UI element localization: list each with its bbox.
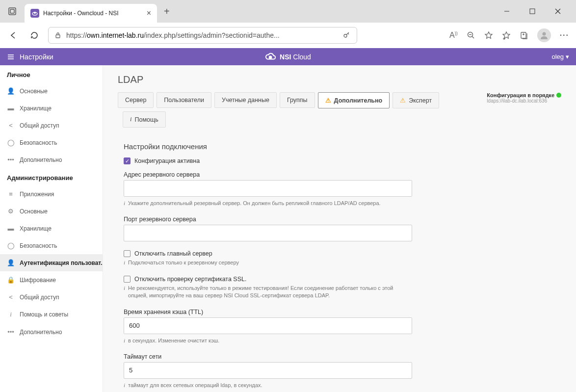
sidebar-item-sharing[interactable]: <Общий доступ: [0, 117, 103, 134]
info-icon: i: [124, 200, 125, 207]
gear-icon: ⚙: [7, 208, 15, 215]
tab-close-icon[interactable]: ×: [147, 9, 151, 18]
sidebar-item-admin-security[interactable]: ◯Безопасность: [0, 237, 103, 254]
refresh-button[interactable]: [27, 28, 41, 42]
sidebar-item-additional[interactable]: •••Дополнительно: [0, 151, 103, 168]
dots-icon: •••: [7, 156, 15, 163]
collections-icon[interactable]: [520, 31, 528, 40]
sidebar-item-admin-sharing[interactable]: <Общий доступ: [0, 288, 103, 306]
sidebar-item-help-tips[interactable]: iПомощь и советы: [0, 306, 103, 323]
close-icon[interactable]: [554, 8, 566, 15]
status-dot-icon: [556, 93, 561, 98]
disable-main-hint: iПодключаться только к резервному сервер…: [124, 259, 412, 266]
sidebar-item-admin-storage[interactable]: ▬Хранилище: [0, 220, 103, 237]
tab-server[interactable]: Сервер: [118, 92, 154, 108]
config-status: Конфигурация в порядке ldaps://ilab-dc.i…: [487, 92, 561, 104]
sidebar-item-security[interactable]: ◯Безопасность: [0, 134, 103, 151]
url-bar[interactable]: https://own.internet-lab.ru/index.php/se…: [48, 27, 357, 44]
favorites-bar-icon[interactable]: [502, 31, 511, 40]
share-icon: <: [7, 293, 15, 301]
shield-icon: ◯: [7, 139, 15, 146]
user-name: oleg: [551, 53, 564, 60]
zoom-out-icon[interactable]: [467, 31, 475, 40]
disable-main-checkbox[interactable]: Отключить главный сервер: [124, 250, 412, 257]
page-title: LDAP: [118, 74, 561, 85]
sidebar-item-user-auth[interactable]: 👤Аутентификация пользоват...: [0, 254, 103, 271]
user-icon: 👤: [7, 87, 15, 95]
svg-line-11: [472, 36, 474, 38]
content: LDAP Сервер Пользователи Учетные данные …: [103, 65, 576, 392]
read-aloud-icon[interactable]: A)): [449, 31, 458, 40]
help-button[interactable]: iПомощь: [123, 111, 166, 128]
backup-host-input[interactable]: [124, 180, 412, 197]
svg-rect-1: [10, 9, 14, 13]
tab-advanced[interactable]: ⚠Дополнительно: [318, 92, 390, 108]
chevron-down-icon: ▾: [566, 53, 569, 60]
svg-rect-5: [530, 9, 535, 14]
share-icon: <: [7, 122, 15, 129]
sidebar-item-admin-additional[interactable]: •••Дополнительно: [0, 323, 103, 340]
tab-groups[interactable]: Группы: [280, 92, 315, 108]
warning-icon: ⚠: [400, 97, 406, 104]
favorites-icon[interactable]: [484, 31, 493, 40]
ttl-input[interactable]: [124, 317, 412, 334]
user-icon: 👤: [7, 259, 15, 266]
user-menu[interactable]: oleg ▾: [551, 53, 569, 60]
list-icon: ≡: [7, 190, 15, 198]
sidebar-item-storage[interactable]: ▬Хранилище: [0, 100, 103, 117]
menu-icon[interactable]: [7, 53, 15, 61]
timeout-hint: iтаймаут для всех сетевых операций ldap,…: [124, 382, 412, 389]
ttl-hint: iв секундах. Изменение очистит кэш.: [124, 337, 412, 344]
svg-point-22: [269, 56, 272, 58]
profile-avatar[interactable]: [537, 28, 551, 42]
app-header-title: Настройки: [20, 53, 53, 61]
checkbox-icon: ✓: [124, 157, 131, 164]
tab-users[interactable]: Пользователи: [157, 92, 211, 108]
sidebar-item-apps[interactable]: ≡Приложения: [0, 185, 103, 203]
backup-port-label: Порт резервного сервера: [124, 216, 412, 223]
tab-credentials[interactable]: Учетные данные: [214, 92, 277, 108]
back-button[interactable]: [7, 28, 21, 42]
info-icon: i: [124, 337, 125, 344]
tab-overview-icon[interactable]: [5, 4, 20, 19]
sidebar-item-admin-general[interactable]: ⚙Основные: [0, 203, 103, 220]
info-icon: i: [124, 259, 125, 266]
info-icon: i: [130, 116, 131, 123]
ttl-label: Время хранения кэша (TTL): [124, 309, 412, 315]
config-active-checkbox[interactable]: ✓ Конфигурация активна: [124, 157, 412, 164]
warning-icon: ⚠: [325, 97, 331, 104]
sidebar: Личное 👤Основные ▬Хранилище <Общий досту…: [0, 65, 103, 392]
backup-host-label: Адрес резервного сервера: [124, 171, 412, 178]
timeout-label: Таймаут сети: [124, 353, 412, 360]
sidebar-item-general[interactable]: 👤Основные: [0, 82, 103, 100]
brand[interactable]: NSI Cloud: [265, 52, 311, 62]
brand-nsi: NSI: [280, 53, 291, 61]
lock-icon: [54, 32, 61, 39]
more-icon[interactable]: ···: [560, 31, 569, 40]
backup-port-input[interactable]: [124, 225, 412, 241]
dots-icon: •••: [7, 328, 15, 336]
ldap-tabs: Сервер Пользователи Учетные данные Групп…: [118, 92, 561, 128]
titlebar: Настройки - Owncloud - NSI × +: [0, 0, 576, 23]
backup-host-hint: iУкажите дополнительный резервный сервер…: [124, 200, 412, 207]
maximize-icon[interactable]: [529, 8, 541, 15]
key-icon[interactable]: [343, 31, 351, 39]
browser-tab[interactable]: Настройки - Owncloud - NSI ×: [25, 4, 157, 23]
browser-chrome: Настройки - Owncloud - NSI × + https://o…: [0, 0, 576, 48]
cloud-icon: [265, 52, 276, 62]
folder-icon: ▬: [7, 105, 15, 112]
sidebar-item-encryption[interactable]: 🔒Шифрование: [0, 271, 103, 288]
tab-title: Настройки - Owncloud - NSI: [43, 10, 142, 17]
tab-expert[interactable]: ⚠Эксперт: [393, 92, 439, 108]
svg-point-18: [542, 32, 546, 36]
disable-ssl-hint: iНе рекомендуется, используйте только в …: [124, 285, 412, 300]
disable-ssl-checkbox[interactable]: Отключить проверку сертификата SSL.: [124, 276, 412, 283]
url-text: https://own.internet-lab.ru/index.php/se…: [66, 31, 280, 39]
brand-cloud: Cloud: [293, 53, 311, 61]
info-icon: i: [124, 382, 125, 389]
new-tab-button[interactable]: +: [164, 6, 170, 17]
svg-point-3: [34, 12, 36, 14]
svg-rect-0: [9, 8, 16, 15]
minimize-icon[interactable]: [503, 8, 515, 15]
timeout-input[interactable]: [124, 362, 412, 379]
